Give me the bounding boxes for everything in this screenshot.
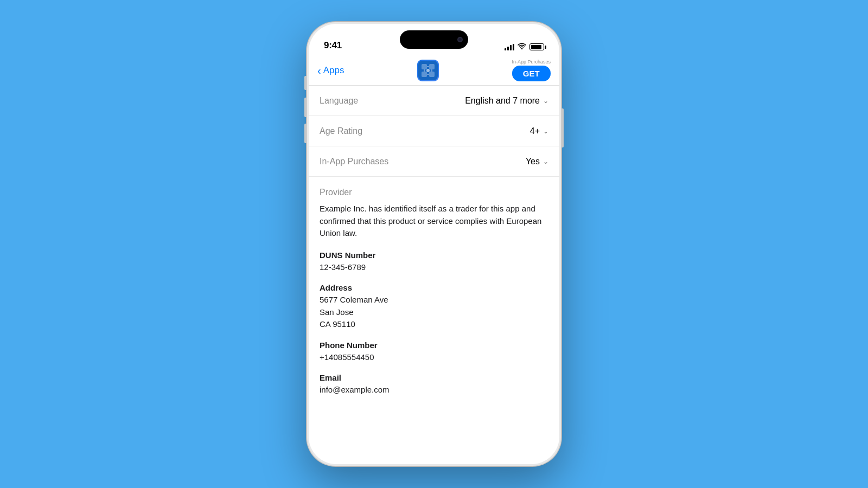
get-button[interactable]: GET: [512, 66, 551, 81]
status-time: 9:41: [324, 40, 342, 51]
address-line2: San Jose: [320, 306, 548, 319]
phone-block: Phone Number +14085554450: [320, 341, 548, 364]
wifi-icon: [518, 43, 526, 51]
status-icons: [505, 43, 544, 51]
camera-dot: [457, 37, 463, 42]
in-app-purchases-value: Yes ⌄: [526, 157, 548, 166]
in-app-purchases-row[interactable]: In-App Purchases Yes ⌄: [309, 146, 559, 177]
battery-fill: [531, 45, 542, 49]
provider-section: Provider Example Inc. has identified its…: [309, 177, 559, 417]
address-label: Address: [320, 283, 548, 292]
app-icon: [417, 60, 439, 81]
address-block: Address 5677 Coleman Ave San Jose CA 951…: [320, 283, 548, 331]
age-rating-label: Age Rating: [320, 126, 362, 136]
duns-block: DUNS Number 12-345-6789: [320, 251, 548, 274]
phone-frame: 9:41: [307, 22, 561, 466]
language-value-text: English and 7 more: [465, 96, 540, 106]
age-rating-row[interactable]: Age Rating 4+ ⌄: [309, 116, 559, 146]
in-app-purchases-chevron-icon: ⌄: [543, 158, 548, 165]
silent-switch: [304, 76, 307, 90]
age-rating-value-text: 4+: [530, 126, 540, 136]
svg-point-5: [426, 69, 430, 72]
phone-label: Phone Number: [320, 341, 548, 350]
svg-rect-1: [422, 64, 427, 69]
duns-label: DUNS Number: [320, 251, 548, 260]
language-value: English and 7 more ⌄: [465, 96, 548, 106]
email-label: Email: [320, 373, 548, 382]
dynamic-island: [400, 30, 468, 49]
in-app-purchases-row-label: In-App Purchases: [320, 157, 388, 166]
nav-header: ‹ Apps: [309, 55, 559, 86]
content-area: Language English and 7 more ⌄ Age Rating…: [309, 86, 559, 464]
signal-icon: [505, 44, 514, 50]
email-block: Email info@example.com: [320, 373, 548, 396]
nav-right: In-App Purchases GET: [512, 59, 551, 82]
language-row[interactable]: Language English and 7 more ⌄: [309, 86, 559, 116]
back-chevron-icon: ‹: [317, 65, 321, 76]
in-app-purchases-value-text: Yes: [526, 157, 540, 166]
provider-description: Example Inc. has identified itself as a …: [320, 203, 548, 240]
svg-rect-2: [429, 64, 435, 69]
back-button[interactable]: ‹ Apps: [317, 65, 344, 76]
volume-up-button: [304, 98, 307, 117]
duns-value: 12-345-6789: [320, 261, 548, 274]
language-chevron-icon: ⌄: [543, 97, 548, 105]
volume-down-button: [304, 124, 307, 143]
power-button: [561, 108, 564, 147]
age-rating-chevron-icon: ⌄: [543, 127, 548, 135]
email-value: info@example.com: [320, 384, 548, 396]
age-rating-value: 4+ ⌄: [530, 126, 548, 136]
phone-value: +14085554450: [320, 351, 548, 364]
svg-rect-3: [422, 72, 427, 77]
back-label: Apps: [323, 65, 344, 76]
in-app-purchases-label: In-App Purchases: [512, 59, 551, 65]
svg-rect-4: [429, 72, 435, 77]
battery-icon: [529, 43, 544, 50]
address-line3: CA 95110: [320, 318, 548, 331]
address-line1: 5677 Coleman Ave: [320, 294, 548, 306]
language-label: Language: [320, 96, 358, 106]
provider-section-title: Provider: [320, 188, 548, 197]
nav-center: [417, 60, 439, 81]
phone-screen: 9:41: [309, 24, 559, 464]
